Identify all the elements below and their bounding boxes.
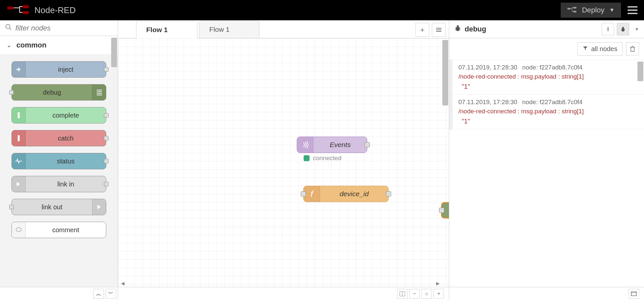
- zoom-in-button[interactable]: ＋: [433, 289, 444, 299]
- right-panel-header: debug i ▼: [449, 20, 644, 38]
- scrollbar[interactable]: [111, 38, 117, 287]
- node-port: [104, 113, 109, 118]
- events-icon: [297, 137, 313, 153]
- deploy-label: Deploy: [582, 6, 604, 14]
- node-status: connected: [304, 155, 342, 162]
- header: Node-RED Deploy ▼: [0, 0, 644, 20]
- panel-menu-caret-icon[interactable]: ▼: [634, 27, 639, 32]
- menu-button[interactable]: [628, 6, 637, 14]
- tab-flow-1b[interactable]: Flow 1: [199, 21, 259, 38]
- svg-rect-8: [18, 112, 20, 118]
- zoom-out-button[interactable]: −: [409, 289, 420, 299]
- palette-node-catch[interactable]: catch: [11, 130, 106, 146]
- clear-log-button[interactable]: [626, 42, 639, 55]
- palette-node-debug[interactable]: debug: [11, 84, 106, 101]
- svg-rect-9: [18, 135, 20, 141]
- scrollbar-vertical[interactable]: [442, 40, 448, 279]
- node-port: [9, 90, 14, 95]
- bug-icon: [454, 25, 461, 34]
- tab-flow-1[interactable]: Flow 1: [136, 21, 197, 38]
- add-tab-button[interactable]: ＋: [415, 23, 429, 37]
- filter-input[interactable]: [15, 24, 113, 32]
- panel-title-text: debug: [465, 25, 486, 33]
- log-topic: /node-red-connected : msg.payload : stri…: [458, 73, 638, 80]
- node-label: link in: [26, 180, 106, 188]
- zoom-reset-button[interactable]: ○: [421, 289, 432, 299]
- collapse-up-button[interactable]: ︽: [93, 289, 104, 299]
- palette-node-status[interactable]: status: [11, 153, 106, 169]
- comment-icon: [12, 222, 26, 238]
- svg-point-14: [457, 25, 459, 27]
- search-icon: [5, 24, 12, 32]
- info-button[interactable]: i: [602, 23, 614, 35]
- main: ⌄ common inject debug complete: [0, 20, 644, 300]
- scrollbar[interactable]: [637, 62, 643, 81]
- node-label: catch: [26, 135, 106, 142]
- canvas-wrap: Events connected f device_id msg: [118, 38, 449, 287]
- category-common[interactable]: ⌄ common: [0, 36, 118, 55]
- node-port-in[interactable]: [301, 191, 306, 197]
- svg-line-15: [455, 28, 456, 28]
- list-tabs-button[interactable]: [432, 23, 446, 37]
- debug-tab-button[interactable]: [617, 23, 629, 35]
- inject-icon: [12, 62, 26, 77]
- svg-line-18: [459, 29, 460, 30]
- svg-point-6: [6, 25, 10, 29]
- filter-icon: [583, 45, 588, 53]
- palette: ⌄ common inject debug complete: [0, 36, 118, 287]
- flow-node-device-id[interactable]: f device_id: [303, 186, 389, 202]
- palette-node-comment[interactable]: comment: [11, 222, 106, 238]
- log-node: node: f227adb8.7c0f4: [522, 99, 583, 105]
- open-window-button[interactable]: [629, 289, 639, 299]
- debug-toolbar: all nodes: [449, 38, 644, 60]
- log-entry[interactable]: 07.11.2019, 17:28:30node: f227adb8.7c0f4…: [449, 60, 644, 95]
- node-label: Events: [313, 141, 367, 149]
- logo-icon: [7, 5, 30, 15]
- navigator-button[interactable]: [397, 289, 408, 299]
- right-panel-title: debug: [454, 25, 486, 34]
- collapse-down-button[interactable]: ︾: [106, 289, 116, 299]
- flow-node-events[interactable]: Events connected: [297, 137, 367, 153]
- node-port-out[interactable]: [365, 142, 370, 147]
- palette-node-complete[interactable]: complete: [11, 107, 106, 123]
- workspace: Flow 1 Flow 1 ＋ Events connec: [118, 20, 449, 300]
- log-entry[interactable]: 07.11.2019, 17:28:30node: f227adb8.7c0f4…: [449, 95, 644, 129]
- node-port: [9, 205, 14, 209]
- palette-node-link-out[interactable]: link out: [11, 199, 106, 215]
- scroll-left-icon[interactable]: ◀: [120, 280, 126, 286]
- palette-node-link-in[interactable]: link in: [11, 176, 106, 192]
- filter-label: all nodes: [591, 45, 617, 53]
- sidebar-footer: ︽ ︾: [0, 287, 118, 300]
- status-icon: [12, 153, 26, 169]
- palette-node-inject[interactable]: inject: [11, 61, 106, 78]
- tabs-actions: ＋: [415, 23, 446, 37]
- deploy-button[interactable]: Deploy ▼: [561, 3, 621, 18]
- log-value: "1": [462, 118, 638, 125]
- deploy-caret-icon: ▼: [609, 7, 614, 13]
- workspace-footer: − ○ ＋: [118, 287, 449, 300]
- svg-point-19: [621, 28, 625, 31]
- debug-icon: [92, 84, 106, 100]
- function-icon: f: [304, 186, 320, 202]
- node-label: link out: [12, 203, 92, 211]
- header-right: Deploy ▼: [561, 3, 637, 18]
- palette-nodes: inject debug complete catch: [0, 55, 118, 245]
- node-port-out[interactable]: [386, 191, 391, 197]
- wires: [118, 38, 216, 87]
- app-title: Node-RED: [34, 5, 76, 15]
- node-port: [104, 67, 109, 72]
- filter-all-nodes-button[interactable]: all nodes: [577, 42, 623, 56]
- log-topic: /node-red-connected : msg.payload : stri…: [458, 108, 638, 115]
- log-node: node: f227adb8.7c0f4: [522, 64, 583, 71]
- canvas[interactable]: Events connected f device_id msg: [118, 38, 449, 287]
- catch-icon: [12, 130, 26, 146]
- node-label: inject: [26, 66, 106, 73]
- node-label: status: [26, 158, 106, 165]
- right-panel-footer: [449, 287, 644, 300]
- chevron-down-icon: ⌄: [7, 42, 11, 49]
- svg-rect-4: [573, 7, 576, 9]
- scroll-right-icon[interactable]: ▶: [435, 280, 441, 286]
- status-text: connected: [313, 155, 342, 162]
- right-panel: debug i ▼ all nodes 07.11.2019, 17:28:30…: [449, 20, 644, 300]
- svg-point-10: [16, 228, 21, 232]
